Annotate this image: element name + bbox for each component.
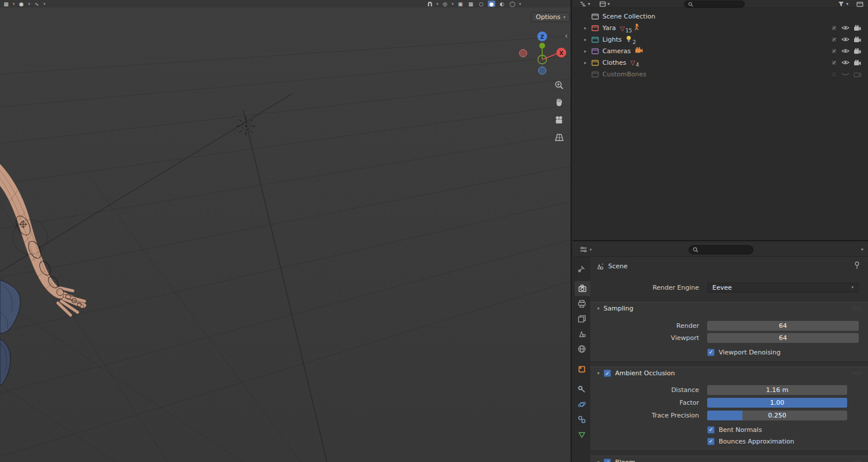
properties-search[interactable] [689, 242, 753, 257]
exclude-checkbox-empty[interactable] [831, 71, 837, 77]
chevron-down-icon[interactable]: ▾ [28, 2, 31, 6]
chevron-down-icon[interactable]: ▾ [452, 2, 454, 6]
gizmo-toggle-icon[interactable]: ▣ [457, 1, 464, 7]
3d-viewport[interactable]: ▦ ▾ ● ▾ ∿ ▾ ▾ ◎ ▾ ▣ ▦ ○ ● ◐ ◯ ▾ Options … [0, 0, 572, 462]
eye-closed-icon[interactable] [841, 71, 849, 77]
outliner-row-cameras[interactable]: ▸ Cameras ✓ [573, 45, 868, 57]
outliner-row-clothes[interactable]: ▸ Clothes ▽ 4 ✓ [573, 57, 868, 68]
outliner-filter[interactable]: ▾ [838, 0, 848, 8]
properties-editor-type[interactable]: ▾ [580, 242, 592, 257]
snap-magnet-icon[interactable] [426, 1, 433, 7]
tab-world-properties[interactable] [573, 341, 590, 356]
sampling-viewport-field[interactable]: 64 [707, 333, 859, 343]
chevron-down-icon[interactable]: ▾ [436, 2, 439, 6]
gizmo-neg-x-axis[interactable] [520, 50, 527, 57]
armature-bones[interactable] [13, 213, 82, 306]
eye-icon[interactable] [841, 36, 849, 42]
panel-grip-icon[interactable]: ∷∷ [852, 459, 861, 462]
panel-grip-icon[interactable]: ∷∷ [852, 305, 861, 312]
gizmo-neg-z-axis[interactable] [539, 67, 546, 75]
shading-material-icon[interactable]: ◐ [498, 1, 506, 7]
viewport-camera-icon[interactable] [552, 113, 566, 127]
bounces-approximation-checkbox[interactable]: ✓ [707, 438, 715, 445]
panel-grip-icon[interactable]: ∷∷ [852, 370, 861, 376]
tab-object-data-properties[interactable] [573, 427, 590, 442]
tab-output-properties[interactable] [573, 296, 590, 311]
sampling-panel-header[interactable]: ▾ Sampling ∷∷ [590, 302, 868, 315]
eye-icon[interactable] [841, 25, 849, 31]
tab-view-layer-properties[interactable] [573, 311, 590, 326]
outliner-row-lights[interactable]: ▸ Lights 2 ✓ [573, 34, 868, 45]
bloom-panel-header[interactable]: ▾ ✓ Bloom ∷∷ [590, 456, 868, 462]
exclude-checkbox[interactable]: ✓ [831, 48, 837, 54]
ao-enable-checkbox[interactable]: ✓ [604, 369, 611, 377]
new-collection-button[interactable] [856, 0, 863, 8]
shading-wireframe-icon[interactable]: ○ [477, 1, 485, 7]
render-visibility-icon[interactable] [854, 60, 861, 66]
disclosure-triangle-icon[interactable]: ▸ [581, 25, 590, 31]
light-count: 2 [632, 39, 636, 45]
outliner-row-yara[interactable]: ▸ Yara ▽ 15 ✓ [573, 22, 868, 34]
proportional-editing-icon[interactable]: ◎ [442, 1, 449, 7]
collection-icon [590, 71, 600, 77]
outliner-row-custombones[interactable]: CustomBones [573, 68, 868, 80]
exclude-checkbox[interactable]: ✓ [831, 36, 837, 43]
character-skirt[interactable] [0, 280, 20, 385]
disclosure-triangle-icon[interactable]: ▸ [581, 60, 590, 65]
eye-icon[interactable] [841, 60, 849, 65]
pan-hand-icon[interactable] [552, 95, 566, 109]
chevron-down-icon[interactable]: ▾ [519, 2, 521, 6]
render-visibility-icon[interactable] [854, 71, 861, 77]
chevron-down-icon[interactable]: ▾ [43, 2, 46, 6]
tab-tool[interactable] [573, 261, 590, 276]
shading-rendered-icon[interactable]: ◯ [509, 1, 516, 7]
properties-options-menu[interactable]: ▾ [861, 242, 863, 257]
pin-icon[interactable] [854, 261, 860, 271]
options-button[interactable]: Options ▾ [531, 12, 570, 22]
bent-normals-checkbox[interactable]: ✓ [707, 426, 715, 434]
navigation-gizmo[interactable]: Z X [516, 29, 568, 79]
render-visibility-icon[interactable] [854, 36, 861, 43]
light-gizmo[interactable] [237, 117, 255, 135]
collection-icon [590, 48, 600, 54]
bloom-enable-checkbox[interactable]: ✓ [604, 459, 611, 462]
ao-panel-header[interactable]: ▾ ✓ Ambient Occlusion ∷∷ [590, 367, 868, 379]
tab-constraint-properties[interactable] [573, 412, 590, 427]
editor-type-icon[interactable]: ▦ [2, 1, 10, 7]
viewport-denoising-checkbox[interactable]: ✓ [707, 349, 715, 356]
gizmo-y-axis[interactable] [539, 43, 545, 49]
properties-search-input[interactable] [701, 247, 746, 253]
ortho-grid-icon[interactable] [552, 130, 566, 144]
render-engine-dropdown[interactable]: Eevee ▾ [707, 283, 859, 293]
outliner-row-scene-collection[interactable]: Scene Collection [573, 10, 868, 22]
zoom-tool-icon[interactable] [552, 78, 566, 92]
panel-expand-icon: ▾ [597, 371, 599, 376]
breadcrumb-label[interactable]: Scene [608, 263, 628, 270]
curve-icon[interactable]: ∿ [33, 1, 41, 7]
outliner-search[interactable] [684, 0, 745, 8]
tab-scene-properties[interactable] [573, 326, 590, 341]
viewport-scene[interactable] [0, 0, 572, 462]
outliner-editor-type[interactable]: ▾ [580, 0, 590, 8]
sampling-render-field[interactable]: 64 [707, 321, 859, 331]
render-visibility-icon[interactable] [854, 25, 861, 31]
disclosure-triangle-icon[interactable]: ▸ [581, 37, 590, 42]
shading-solid-icon[interactable]: ● [488, 1, 495, 7]
tab-physics-properties[interactable] [573, 397, 590, 412]
tab-object-properties[interactable] [573, 361, 590, 376]
overlays-toggle-icon[interactable]: ▦ [467, 1, 475, 7]
outliner-search-input[interactable] [696, 1, 741, 7]
ao-factor-slider[interactable]: 1.00 [707, 398, 847, 408]
ao-distance-field[interactable]: 1.16 m [707, 385, 847, 395]
render-visibility-icon[interactable] [854, 48, 861, 54]
mode-icon[interactable]: ● [18, 1, 25, 7]
chevron-down-icon[interactable]: ▾ [13, 2, 15, 6]
exclude-checkbox[interactable]: ✓ [831, 25, 837, 31]
exclude-checkbox[interactable]: ✓ [831, 60, 837, 66]
ao-trace-precision-slider[interactable]: 0.250 [707, 411, 847, 420]
eye-icon[interactable] [841, 48, 849, 54]
outliner-display-mode[interactable]: ▾ [599, 0, 610, 8]
tab-render-properties[interactable] [575, 281, 590, 296]
tab-modifier-properties[interactable] [573, 382, 590, 397]
disclosure-triangle-icon[interactable]: ▸ [581, 49, 590, 54]
